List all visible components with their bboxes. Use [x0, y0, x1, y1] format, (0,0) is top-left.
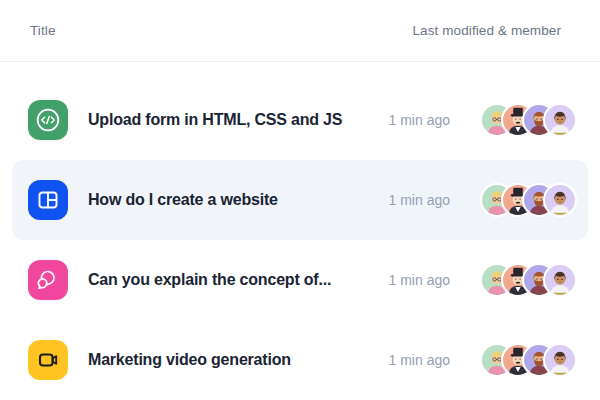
avatar-member-4 [543, 183, 577, 217]
list-item-explain-concept[interactable]: Can you explain the concept of... 1 min … [12, 240, 588, 320]
list-item-marketing-video[interactable]: Marketing video generation 1 min ago [12, 320, 588, 400]
video-camera-icon [28, 340, 68, 380]
member-avatars [480, 103, 577, 137]
column-header-title: Title [30, 23, 56, 38]
chat-bubbles-icon [28, 260, 68, 300]
avatar-member-4 [543, 103, 577, 137]
last-modified: 1 min ago [389, 192, 450, 208]
member-avatars [480, 263, 577, 297]
last-modified: 1 min ago [389, 272, 450, 288]
layout-columns-icon [28, 180, 68, 220]
last-modified: 1 min ago [389, 112, 450, 128]
item-list: Upload form in HTML, CSS and JS 1 min ag… [0, 80, 600, 400]
item-title: Marketing video generation [88, 351, 291, 369]
list-item-create-website[interactable]: How do I create a website 1 min ago [12, 160, 588, 240]
avatar-member-4 [543, 263, 577, 297]
code-circle-icon [28, 100, 68, 140]
list-header: Title Last modified & member [0, 0, 600, 62]
item-title: Can you explain the concept of... [88, 271, 331, 289]
list-item-upload-form[interactable]: Upload form in HTML, CSS and JS 1 min ag… [12, 80, 588, 160]
member-avatars [480, 343, 577, 377]
column-header-modified-member: Last modified & member [412, 23, 561, 38]
item-title: Upload form in HTML, CSS and JS [88, 111, 342, 129]
item-title: How do I create a website [88, 191, 278, 209]
last-modified: 1 min ago [389, 352, 450, 368]
member-avatars [480, 183, 577, 217]
avatar-member-4 [543, 343, 577, 377]
